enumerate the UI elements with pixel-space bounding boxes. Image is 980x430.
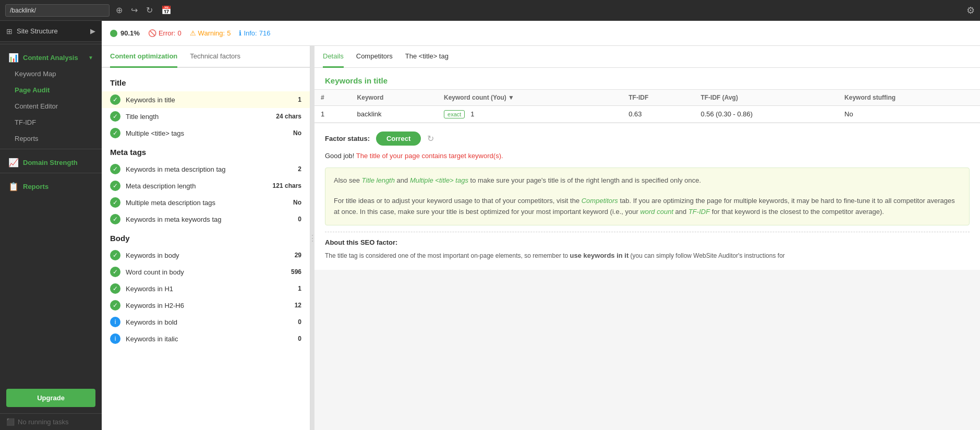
panels-area: Content optimization Technical factors T… <box>102 46 980 430</box>
sidebar-category-reports[interactable]: 📋 Reports <box>0 175 102 195</box>
about-header: About this SEO factor: <box>325 238 970 246</box>
upgrade-button[interactable]: Upgrade <box>6 389 95 407</box>
warning-label: Warning: <box>198 29 225 37</box>
schedule-button[interactable]: 📅 <box>159 3 174 17</box>
audit-item-multiple-meta-desc[interactable]: ✓ Multiple meta description tags No <box>110 194 301 211</box>
multiple-title-tags-value: No <box>293 129 301 137</box>
error-count: 0 <box>177 29 181 37</box>
audit-item-meta-desc-length[interactable]: ✓ Meta description length 121 chars <box>110 177 301 194</box>
info-icon-italic: i <box>110 333 120 344</box>
content-analysis-label: Content Analysis <box>23 54 78 62</box>
keywords-body-value: 29 <box>295 252 301 259</box>
audit-item-keywords-h2h6[interactable]: ✓ Keywords in H2-H6 12 <box>110 297 301 314</box>
col-stuffing: Keyword stuffing <box>838 90 980 106</box>
keywords-in-title-header: Keywords in title <box>314 68 980 90</box>
keywords-meta-kw-label: Keywords in meta keywords tag <box>126 216 298 223</box>
audit-item-word-count-body[interactable]: ✓ Word count in body 596 <box>110 264 301 280</box>
sidebar-item-reports-sub[interactable]: Reports <box>0 130 102 147</box>
check-icon-h1: ✓ <box>110 283 120 294</box>
audit-item-keywords-italic[interactable]: i Keywords in italic 0 <box>110 330 301 347</box>
table-row[interactable]: 1 backlink exact 1 0.63 0.56 (0.30 - 0.8… <box>314 106 980 123</box>
col-keyword-count[interactable]: Keyword count (You) ▼ <box>438 90 622 106</box>
redirect-button[interactable]: ↪ <box>129 3 140 17</box>
title-length-value: 24 chars <box>276 113 301 120</box>
info-label: Info: <box>244 29 257 37</box>
sidebar-item-page-audit[interactable]: Page Audit <box>0 82 102 98</box>
factor-status-section: Factor status: Correct ↻ Good job! The t… <box>314 123 980 270</box>
col-tf-idf-avg: TF-IDF (Avg) <box>694 90 838 106</box>
meta-tags-section-heading: Meta tags <box>110 141 301 161</box>
audit-item-keywords-in-title[interactable]: ✓ Keywords in title 1 <box>102 91 310 108</box>
topbar: /backlink/ ⊕ ↪ ↻ 📅 ⚙ <box>0 0 980 21</box>
about-text: The title tag is considered one of the m… <box>325 250 970 261</box>
keywords-meta-desc-value: 2 <box>298 165 301 173</box>
tab-content-optimization[interactable]: Content optimization <box>110 46 177 68</box>
audit-item-title-length[interactable]: ✓ Title length 24 chars <box>110 108 301 125</box>
audit-item-keywords-meta-kw[interactable]: ✓ Keywords in meta keywords tag 0 <box>110 211 301 228</box>
sidebar-item-content-editor[interactable]: Content Editor <box>0 98 102 114</box>
left-panel-body: Title ✓ Keywords in title 1 ✓ Title leng… <box>102 68 310 430</box>
audit-item-keywords-h1[interactable]: ✓ Keywords in H1 1 <box>110 280 301 297</box>
settings-icon[interactable]: ⚙ <box>966 5 975 16</box>
tab-details[interactable]: Details <box>323 46 344 68</box>
keywords-meta-kw-value: 0 <box>298 216 301 223</box>
error-label: Error: <box>159 29 176 37</box>
content-wrapper: 90.1% 🚫 Error: 0 ⚠ Warning: 5 ℹ Info: 71… <box>102 21 980 430</box>
status-bar: 90.1% 🚫 Error: 0 ⚠ Warning: 5 ℹ Info: 71… <box>102 21 980 46</box>
add-button[interactable]: ⊕ <box>114 3 125 17</box>
row-tf-idf: 0.63 <box>622 106 694 123</box>
tab-technical-factors[interactable]: Technical factors <box>190 46 240 68</box>
check-icon-multiple-title: ✓ <box>110 128 120 138</box>
audit-item-multiple-title-tags[interactable]: ✓ Multiple <title> tags No <box>110 125 301 141</box>
reports-label: Reports <box>23 183 49 190</box>
main-layout: ⊞ Site Structure ▶ 📊 Content Analysis ▼ … <box>0 21 980 430</box>
body-section-heading: Body <box>110 228 301 247</box>
sidebar-category-domain-strength[interactable]: 📈 Domain Strength <box>0 151 102 171</box>
warning-count: 5 <box>227 29 231 37</box>
sidebar-item-site-structure[interactable]: ⊞ Site Structure ▶ <box>0 21 102 42</box>
row-stuffing: No <box>838 106 980 123</box>
url-selector[interactable]: /backlink/ <box>5 4 110 17</box>
keywords-table: # Keyword Keyword count (You) ▼ TF-IDF T… <box>314 90 980 123</box>
domain-strength-label: Domain Strength <box>23 159 78 166</box>
sidebar-category-content-analysis[interactable]: 📊 Content Analysis ▼ <box>0 46 102 66</box>
keywords-in-title-title: Keywords in title <box>325 76 970 85</box>
keywords-h2h6-label: Keywords in H2-H6 <box>126 302 295 309</box>
keywords-h1-label: Keywords in H1 <box>126 285 298 293</box>
word-count-body-value: 596 <box>291 268 301 276</box>
competitors-tab-link[interactable]: Competitors <box>582 197 618 205</box>
tip-line1: Also see Title length and Multiple <titl… <box>334 175 961 186</box>
multiple-meta-desc-label: Multiple meta description tags <box>126 199 293 207</box>
site-structure-icon: ⊞ <box>6 27 13 35</box>
title-length-link[interactable]: Title length <box>361 176 394 184</box>
multiple-title-tags-link[interactable]: Multiple <title> tags <box>410 176 468 184</box>
title-length-label: Title length <box>126 113 276 121</box>
sidebar-bottom: Upgrade <box>0 383 102 413</box>
check-icon-meta-desc: ✓ <box>110 164 120 174</box>
tab-competitors[interactable]: Competitors <box>356 46 393 68</box>
sidebar-item-keyword-map[interactable]: Keyword Map <box>0 66 102 82</box>
keywords-bold-label: Keywords in bold <box>126 318 298 326</box>
word-count-link[interactable]: word count <box>640 208 673 216</box>
audit-item-keywords-meta-desc[interactable]: ✓ Keywords in meta description tag 2 <box>110 161 301 177</box>
keywords-body-label: Keywords in body <box>126 252 295 259</box>
audit-item-keywords-body[interactable]: ✓ Keywords in body 29 <box>110 247 301 264</box>
check-icon-keywords-title: ✓ <box>110 94 120 105</box>
score-display: 90.1% <box>110 29 140 37</box>
refresh-button[interactable]: ↻ <box>144 3 155 17</box>
exact-badge: exact <box>444 110 465 118</box>
sidebar-item-tf-idf[interactable]: TF-IDF <box>0 114 102 130</box>
keywords-h2h6-value: 12 <box>295 302 301 309</box>
info-icon: ℹ <box>239 29 241 37</box>
multiple-title-tags-label: Multiple <title> tags <box>126 129 293 137</box>
resize-handle[interactable]: ⋮ <box>310 46 314 430</box>
warning-badge: ⚠ Warning: 5 <box>190 29 231 37</box>
audit-item-keywords-bold[interactable]: i Keywords in bold 0 <box>110 314 301 330</box>
check-icon-keywords-body: ✓ <box>110 250 120 260</box>
tab-title-tag[interactable]: The <title> tag <box>405 46 449 68</box>
factor-refresh-icon[interactable]: ↻ <box>427 134 434 144</box>
correct-button[interactable]: Correct <box>376 132 421 146</box>
factor-description: Good job! The title of your page contain… <box>325 151 970 161</box>
no-running-tasks-icon: ⬛ <box>6 418 15 426</box>
tf-idf-link[interactable]: TF-IDF <box>688 208 710 216</box>
